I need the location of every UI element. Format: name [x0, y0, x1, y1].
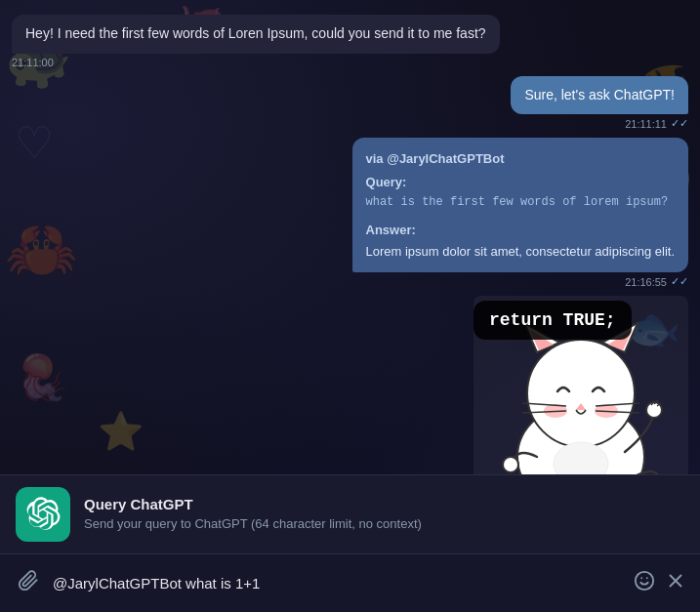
bubble-bot-3: via @JarylChatGPTBot Query: what is the … — [352, 138, 688, 272]
svg-point-19 — [636, 571, 653, 589]
message-input[interactable] — [53, 575, 624, 592]
check-marks-3: ✓✓ — [671, 275, 688, 288]
msg-time-2: 21:11:11 ✓✓ — [625, 117, 688, 130]
bubble-1: Hey! I need the first few words of Loren… — [12, 15, 500, 54]
svg-point-14 — [503, 457, 518, 472]
message-outgoing-2: Sure, let's ask ChatGPT! 21:11:11 ✓✓ — [511, 76, 688, 131]
msg-time-1: 21:11:00 — [12, 57, 54, 68]
plugin-title: Query ChatGPT — [84, 496, 422, 512]
answer-label: Answer: — [366, 221, 675, 240]
bot-name: via @JarylChatGPTBot — [366, 149, 675, 169]
check-marks-2: ✓✓ — [671, 117, 688, 130]
query-label: Query: — [366, 173, 675, 192]
message-incoming-1: Hey! I need the first few words of Loren… — [12, 15, 519, 68]
message-text-1: Hey! I need the first few words of Loren… — [25, 25, 486, 41]
input-bar — [0, 553, 700, 612]
plugin-card[interactable]: Query ChatGPT Send your query to ChatGPT… — [0, 474, 700, 553]
plugin-icon — [16, 487, 70, 542]
message-text-2: Sure, let's ask ChatGPT! — [524, 87, 675, 102]
query-text: what is the first few words of lorem ips… — [366, 193, 675, 211]
chat-area: Hey! I need the first few words of Loren… — [0, 0, 700, 553]
attach-button[interactable] — [14, 566, 43, 601]
plugin-description: Send your query to ChatGPT (64 character… — [84, 516, 422, 533]
msg-time-3: 21:16:55 ✓✓ — [625, 275, 688, 288]
plugin-text: Query ChatGPT Send your query to ChatGPT… — [84, 496, 422, 533]
bubble-2: Sure, let's ask ChatGPT! — [511, 76, 688, 115]
message-bot-3: via @JarylChatGPTBot Query: what is the … — [352, 138, 688, 288]
emoji-button[interactable] — [634, 570, 655, 597]
sticker-text-bubble: return TRUE; — [474, 301, 632, 340]
answer-text: Lorem ipsum dolor sit amet, consectetur … — [366, 242, 675, 262]
close-button[interactable] — [665, 570, 686, 597]
openai-logo — [25, 497, 61, 532]
svg-point-1 — [527, 340, 635, 447]
